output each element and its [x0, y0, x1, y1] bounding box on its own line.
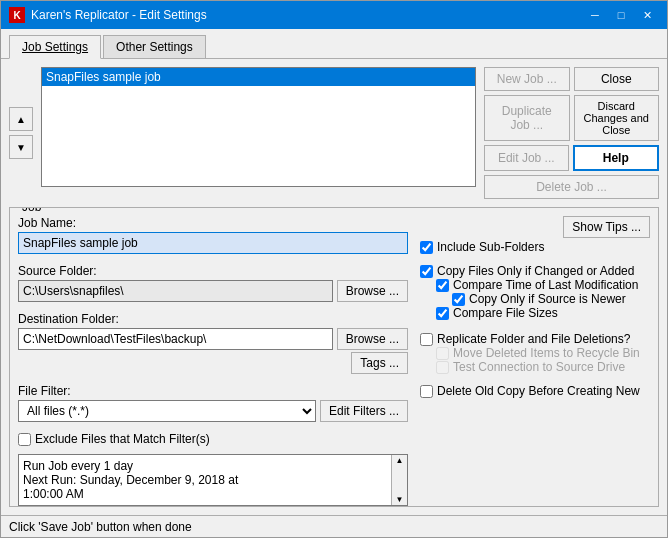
copy-only-changed-checkbox[interactable]	[420, 265, 433, 278]
statusbar-text: Click 'Save Job' button when done	[9, 520, 192, 534]
move-to-recycle-checkbox[interactable]	[436, 347, 449, 360]
list-controls: ▲ ▼	[9, 67, 33, 199]
browse-dest-button[interactable]: Browse ...	[337, 328, 408, 350]
delete-job-button[interactable]: Delete Job ...	[484, 175, 659, 199]
move-down-button[interactable]: ▼	[9, 135, 33, 159]
exclude-checkbox-row: Exclude Files that Match Filter(s)	[18, 432, 408, 446]
schedule-line1: Run Job every 1 day	[23, 459, 403, 473]
app-icon: K	[9, 7, 25, 23]
buttons-row3: Edit Job ... Help	[484, 145, 659, 171]
tabs-container: Job Settings Other Settings	[1, 29, 667, 59]
browse-source-button[interactable]: Browse ...	[337, 280, 408, 302]
tags-button[interactable]: Tags ...	[351, 352, 408, 374]
window-controls: ─ □ ✕	[583, 6, 659, 24]
main-window: K Karen's Replicator - Edit Settings ─ □…	[0, 0, 668, 538]
copy-only-newer-row: Copy Only if Source is Newer	[452, 292, 650, 306]
include-subfolders-checkbox[interactable]	[420, 241, 433, 254]
deletion-options-group: Replicate Folder and File Deletions? Mov…	[420, 332, 650, 374]
job-group: Job Job Name: Source Folder:	[9, 207, 659, 507]
include-subfolders-label: Include Sub-Folders	[437, 240, 544, 254]
schedule-line2: Next Run: Sunday, December 9, 2018 at	[23, 473, 403, 487]
duplicate-job-button[interactable]: Duplicate Job ...	[484, 95, 570, 141]
delete-old-copy-row: Delete Old Copy Before Creating New	[420, 384, 650, 398]
source-folder-label: Source Folder:	[18, 264, 408, 278]
destination-folder-input[interactable]	[18, 328, 333, 350]
new-job-button[interactable]: New Job ...	[484, 67, 570, 91]
tab-job-settings[interactable]: Job Settings	[9, 35, 101, 59]
minimize-button[interactable]: ─	[583, 6, 607, 24]
include-subfolders-row: Include Sub-Folders	[420, 240, 650, 254]
replicate-deletions-label: Replicate Folder and File Deletions?	[437, 332, 630, 346]
schedule-line3: 1:00:00 AM	[23, 487, 403, 501]
move-up-button[interactable]: ▲	[9, 107, 33, 131]
job-form: Job Name: Source Folder: Browse ... Dest	[18, 216, 650, 498]
schedule-area: Run Job every 1 day Next Run: Sunday, De…	[18, 454, 408, 506]
test-connection-label: Test Connection to Source Drive	[453, 360, 625, 374]
schedule-area-wrapper: Run Job every 1 day Next Run: Sunday, De…	[18, 454, 408, 506]
copy-only-changed-row: Copy Files Only if Changed or Added	[420, 264, 650, 278]
show-tips-button[interactable]: Show Tips ...	[563, 216, 650, 238]
test-connection-checkbox[interactable]	[436, 361, 449, 374]
replicate-deletions-checkbox[interactable]	[420, 333, 433, 346]
right-column: Show Tips ... Include Sub-Folders Copy F…	[420, 216, 650, 498]
job-list[interactable]: SnapFiles sample job	[41, 67, 476, 187]
delete-old-group: Delete Old Copy Before Creating New	[420, 384, 650, 398]
file-filter-label: File Filter:	[18, 384, 408, 398]
left-column: Job Name: Source Folder: Browse ... Dest	[18, 216, 408, 498]
main-content: ▲ ▼ SnapFiles sample job New Job ... Clo…	[1, 59, 667, 515]
window-title: Karen's Replicator - Edit Settings	[31, 8, 207, 22]
titlebar-left: K Karen's Replicator - Edit Settings	[9, 7, 207, 23]
close-button-main[interactable]: Close	[574, 67, 660, 91]
copy-options-group: Copy Files Only if Changed or Added Comp…	[420, 264, 650, 320]
close-button[interactable]: ✕	[635, 6, 659, 24]
delete-old-copy-label: Delete Old Copy Before Creating New	[437, 384, 640, 398]
exclude-checkbox[interactable]	[18, 433, 31, 446]
job-name-input[interactable]	[18, 232, 408, 254]
job-name-label: Job Name:	[18, 216, 408, 230]
buttons-row1: New Job ... Close	[484, 67, 659, 91]
maximize-button[interactable]: □	[609, 6, 633, 24]
move-to-recycle-row: Move Deleted Items to Recycle Bin	[436, 346, 650, 360]
exclude-label: Exclude Files that Match Filter(s)	[35, 432, 210, 446]
buttons-row4: Delete Job ...	[484, 175, 659, 199]
compare-sizes-checkbox[interactable]	[436, 307, 449, 320]
delete-old-copy-checkbox[interactable]	[420, 385, 433, 398]
compare-sizes-row: Compare File Sizes	[436, 306, 650, 320]
compare-time-label: Compare Time of Last Modification	[453, 278, 638, 292]
edit-job-button[interactable]: Edit Job ...	[484, 145, 569, 171]
discard-changes-button[interactable]: Discard Changes and Close	[574, 95, 660, 141]
edit-filters-button[interactable]: Edit Filters ...	[320, 400, 408, 422]
compare-sizes-label: Compare File Sizes	[453, 306, 558, 320]
job-name-row: Job Name:	[18, 216, 408, 254]
source-folder-row: Source Folder: Browse ...	[18, 264, 408, 302]
destination-folder-row: Destination Folder: Browse ... Tags ...	[18, 312, 408, 374]
compare-time-row: Compare Time of Last Modification	[436, 278, 650, 292]
move-to-recycle-label: Move Deleted Items to Recycle Bin	[453, 346, 640, 360]
titlebar: K Karen's Replicator - Edit Settings ─ □…	[1, 1, 667, 29]
statusbar: Click 'Save Job' button when done	[1, 515, 667, 537]
test-connection-row: Test Connection to Source Drive	[436, 360, 650, 374]
copy-only-newer-label: Copy Only if Source is Newer	[469, 292, 626, 306]
tab-other-settings[interactable]: Other Settings	[103, 35, 206, 58]
compare-time-checkbox[interactable]	[436, 279, 449, 292]
file-filter-select[interactable]: All files (*.*)	[18, 400, 316, 422]
file-filter-row: File Filter: All files (*.*) Edit Filter…	[18, 384, 408, 422]
group-label: Job	[18, 207, 45, 214]
help-button[interactable]: Help	[573, 145, 660, 171]
copy-only-newer-checkbox[interactable]	[452, 293, 465, 306]
destination-folder-label: Destination Folder:	[18, 312, 408, 326]
scroll-bar[interactable]: ▲ ▼	[391, 455, 407, 505]
job-list-item[interactable]: SnapFiles sample job	[42, 68, 475, 86]
source-folder-input[interactable]	[18, 280, 333, 302]
replicate-deletions-row: Replicate Folder and File Deletions?	[420, 332, 650, 346]
copy-only-changed-label: Copy Files Only if Changed or Added	[437, 264, 634, 278]
action-buttons: New Job ... Close Duplicate Job ... Disc…	[484, 67, 659, 199]
top-section: ▲ ▼ SnapFiles sample job New Job ... Clo…	[9, 67, 659, 199]
buttons-row2: Duplicate Job ... Discard Changes and Cl…	[484, 95, 659, 141]
scroll-up[interactable]: ▲	[392, 455, 407, 466]
scroll-down[interactable]: ▼	[392, 494, 407, 505]
